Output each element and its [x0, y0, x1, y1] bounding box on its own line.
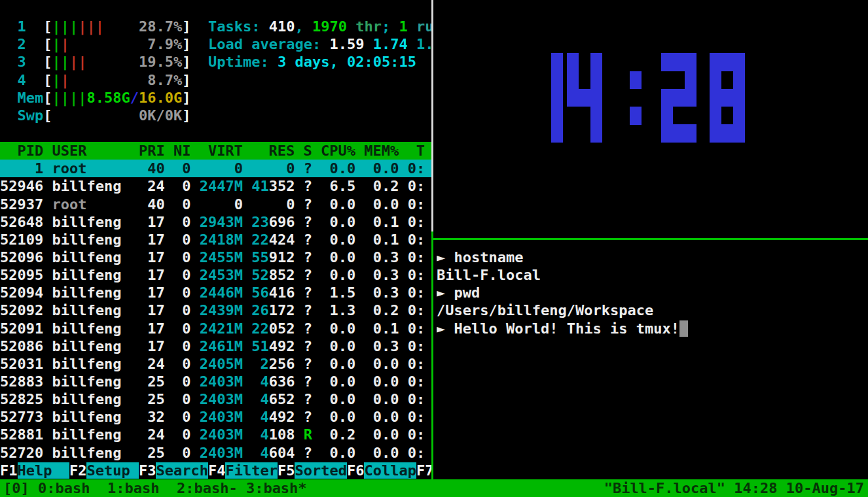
- htop-function-key-bar: F1Help F2Setup F3SearchF4FilterF5SortedF…: [0, 462, 431, 479]
- window-item[interactable]: 2:bash-: [177, 480, 238, 496]
- cpu-meter-3: 3 [|||| 19.5%]: [0, 53, 190, 71]
- shell-output-line: /Users/billfeng/Workspace: [437, 301, 653, 319]
- window-item[interactable]: 3:bash*: [246, 480, 307, 496]
- memory-meter: Mem[||||8.58G/16.0G]: [0, 89, 190, 107]
- cpu-meter-2: 2 [|| 7.9%]: [0, 35, 190, 53]
- shell-command-line: ► hostname: [437, 248, 523, 266]
- window-item[interactable]: 1:bash: [107, 480, 168, 496]
- process-row[interactable]: 52091 billfeng 17 0 2421M 22052 ? 0.0 0.…: [0, 320, 431, 337]
- process-row[interactable]: 52086 billfeng 17 0 2461M 51492 ? 0.0 0.…: [0, 337, 431, 355]
- process-row[interactable]: 52720 billfeng 25 0 2403M 4604 ? 0.0 0.0…: [0, 444, 431, 462]
- shell-command-line: ► Hello World! This is tmux!: [437, 320, 688, 337]
- process-row[interactable]: 52031 billfeng 24 0 2405M 2256 ? 0.0 0.0…: [0, 355, 431, 373]
- session-name: [0]: [3, 480, 38, 496]
- fkey-f7[interactable]: F7N: [416, 462, 431, 479]
- clock-pane[interactable]: [434, 0, 868, 237]
- fkey-f6[interactable]: F6Collap: [347, 462, 416, 479]
- swap-meter: Swp[ 0K/0K]: [0, 107, 190, 124]
- tasks-line: Tasks: 410, 1970 thr; 1 ru: [208, 18, 431, 35]
- shell-command-line: ► pwd: [437, 284, 480, 301]
- uptime-line: Uptime: 3 days, 02:05:15: [208, 53, 416, 71]
- process-row[interactable]: 52092 billfeng 17 0 2439M 26172 ? 1.3 0.…: [0, 301, 431, 319]
- process-row[interactable]: 52096 billfeng 17 0 2455M 55912 ? 0.0 0.…: [0, 248, 431, 266]
- process-row[interactable]: 52095 billfeng 17 0 2453M 52852 ? 0.0 0.…: [0, 266, 431, 284]
- shell-pane[interactable]: ► hostnameBill-F.local► pwd/Users/billfe…: [437, 241, 865, 479]
- htop-pane[interactable]: 1 [|||||| 28.7%] 2 [|| 7.9%] 3 [|||| 19.…: [0, 0, 431, 479]
- process-row[interactable]: 52825 billfeng 25 0 2403M 4652 ? 0.0 0.0…: [0, 390, 431, 408]
- process-row[interactable]: 52094 billfeng 17 0 2446M 56416 ? 1.5 0.…: [0, 284, 431, 301]
- process-row[interactable]: 52109 billfeng 17 0 2418M 22424 ? 0.0 0.…: [0, 231, 431, 248]
- process-row[interactable]: 52883 billfeng 25 0 2403M 4636 ? 0.0 0.0…: [0, 373, 431, 390]
- prompt-icon: ►: [437, 249, 454, 266]
- pane-divider-vertical[interactable]: [431, 0, 433, 231]
- process-row[interactable]: 52881 billfeng 24 0 2403M 4108 R 0.2 0.0…: [0, 426, 431, 443]
- fkey-f4[interactable]: F4Filter: [208, 462, 278, 479]
- cpu-meter-1: 1 [|||||| 28.7%]: [0, 18, 190, 35]
- pane-divider-vertical-active[interactable]: [431, 231, 433, 479]
- prompt-icon: ►: [437, 284, 454, 301]
- process-row[interactable]: 52648 billfeng 17 0 2943M 23696 ? 0.0 0.…: [0, 213, 431, 231]
- window-list: [0] 0:bash 1:bash 2:bash- 3:bash*: [3, 479, 316, 497]
- fkey-f2[interactable]: F2Setup: [69, 462, 139, 479]
- tmux-status-bar: [0] 0:bash 1:bash 2:bash- 3:bash* "Bill-…: [0, 479, 868, 497]
- fkey-f5[interactable]: F5Sorted: [278, 462, 347, 479]
- process-table-header[interactable]: PID USER PRI NI VIRT RES S CPU% MEM% T: [0, 142, 431, 160]
- process-row[interactable]: 52773 billfeng 32 0 2403M 4492 ? 0.0 0.0…: [0, 408, 431, 426]
- text-cursor: [679, 320, 688, 337]
- fkey-f3[interactable]: F3Search: [139, 462, 208, 479]
- process-row[interactable]: 52946 billfeng 24 0 2447M 41352 ? 6.5 0.…: [0, 177, 431, 195]
- prompt-icon: ►: [437, 320, 454, 337]
- fkey-f1[interactable]: F1Help: [0, 462, 69, 479]
- window-item[interactable]: 0:bash: [38, 480, 99, 496]
- cpu-meter-4: 4 [|| 8.7%]: [0, 71, 190, 89]
- tmux-terminal: 1 [|||||| 28.7%] 2 [|| 7.9%] 3 [|||| 19.…: [0, 0, 868, 497]
- load-average-line: Load average: 1.59 1.74 1.: [208, 35, 431, 53]
- shell-output-line: Bill-F.local: [437, 266, 541, 284]
- status-right: "Bill-F.local" 14:28 10-Aug-17: [604, 479, 864, 497]
- process-row[interactable]: 1 root 40 0 0 0 ? 0.0 0.0 0:: [0, 160, 431, 177]
- pane-divider-horizontal[interactable]: [433, 238, 868, 240]
- process-row[interactable]: 52937 root 40 0 0 0 ? 0.0 0.0 0:: [0, 196, 431, 213]
